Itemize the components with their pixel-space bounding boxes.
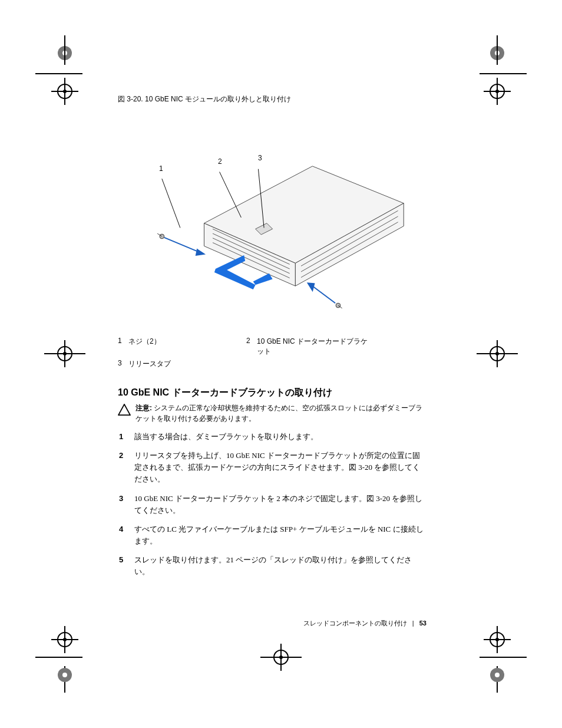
crop-mark [35, 318, 106, 389]
svg-point-60 [160, 234, 164, 239]
svg-line-55 [162, 179, 180, 228]
crop-mark [456, 318, 527, 389]
callout-1: 1 [159, 164, 163, 173]
legend-label: ネジ（2） [128, 335, 246, 358]
page-number: 53 [419, 620, 427, 627]
legend-label [257, 358, 375, 370]
svg-marker-63 [308, 283, 315, 291]
legend-label: リリースタブ [128, 358, 246, 370]
figure-legend: 1 ネジ（2） 2 10 GbE NIC ドーターカードブラケット 3 リリース… [118, 335, 427, 370]
svg-marker-59 [196, 249, 204, 255]
section-heading: 10 GbE NIC ドーターカードブラケットの取り付け [118, 387, 427, 399]
svg-line-62 [312, 286, 335, 303]
figure-illustration: 1 2 3 [141, 111, 427, 324]
step: 該当する場合は、ダミーブラケットを取り外します。 [134, 431, 427, 443]
footer-section: スレッドコンポーネントの取り付け [303, 620, 407, 627]
step: リリースタブを持ち上げ、10 GbE NIC ドーターカードブラケットが所定の位… [134, 450, 427, 485]
legend-num: 3 [118, 358, 128, 370]
legend-num [246, 358, 257, 370]
page-footer: スレッドコンポーネントの取り付け | 53 [303, 619, 427, 628]
caution-text: 注意: システムの正常な冷却状態を維持するために、空の拡張スロットには必ずダミー… [135, 403, 427, 424]
crop-mark [456, 35, 527, 106]
crop-mark [35, 35, 106, 106]
footer-separator: | [412, 620, 414, 627]
legend-num: 1 [118, 335, 128, 358]
step: すべての LC 光ファイバーケーブルまたは SFP+ ケーブルモジュールを NI… [134, 523, 427, 547]
legend-label: 10 GbE NIC ドーターカードブラケット [257, 335, 375, 358]
caution-icon [118, 404, 131, 416]
step: スレッドを取り付けます。21 ページの「スレッドの取り付け」を参照してください。 [134, 554, 427, 578]
caution-label: 注意: [135, 404, 152, 412]
svg-point-43 [495, 673, 500, 677]
legend-num: 2 [246, 335, 257, 358]
procedure-steps: 該当する場合は、ダミーブラケットを取り外します。 リリースタブを持ち上げ、10 … [134, 431, 427, 578]
svg-marker-68 [118, 404, 130, 415]
svg-line-58 [164, 238, 199, 252]
crop-mark [456, 622, 527, 693]
callout-2: 2 [218, 157, 222, 166]
figure-caption: 図 3-20. 10 GbE NIC モジュールの取り外しと取り付け [118, 94, 427, 104]
svg-point-31 [62, 673, 67, 677]
svg-marker-67 [253, 274, 273, 285]
crop-mark [35, 622, 106, 693]
crop-mark [246, 622, 316, 693]
step: 10 GbE NIC ドーターカードブラケットを 2 本のネジで固定します。図 … [134, 493, 427, 516]
caution-body: システムの正常な冷却状態を維持するために、空の拡張スロットには必ずダミーブラケッ… [135, 404, 422, 423]
callout-3: 3 [258, 154, 262, 162]
